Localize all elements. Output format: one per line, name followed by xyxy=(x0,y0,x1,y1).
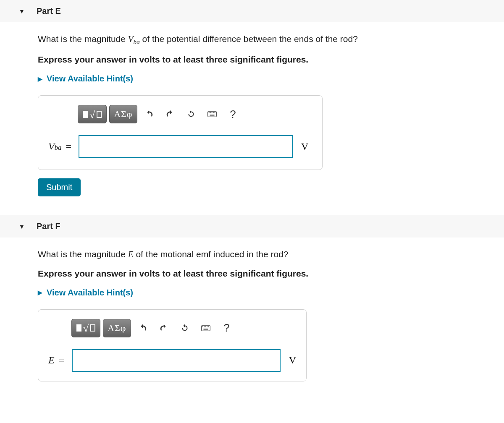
greek-label: ΑΣφ xyxy=(108,323,126,334)
svg-rect-4 xyxy=(213,112,214,113)
submit-button-e[interactable]: Submit xyxy=(38,178,81,196)
reset-icon xyxy=(186,110,196,119)
redo-button[interactable] xyxy=(161,105,179,123)
answer-panel-e: √ ΑΣφ ? xyxy=(38,95,323,170)
svg-rect-2 xyxy=(210,112,211,113)
part-e: ▼ Part E What is the magnitude Vba of th… xyxy=(0,0,504,207)
answer-row-f: E = V xyxy=(48,349,296,372)
question-sub: ba xyxy=(134,39,140,45)
answer-unit-f: V xyxy=(289,355,296,366)
answer-panel-f: √ ΑΣφ ? xyxy=(38,309,307,381)
label-var: V xyxy=(48,141,55,152)
answer-unit-e: V xyxy=(301,141,308,152)
templates-icon: √ xyxy=(82,109,102,120)
answer-row-e: Vba = V xyxy=(48,135,312,158)
reset-button[interactable] xyxy=(182,105,200,123)
svg-rect-9 xyxy=(204,326,205,327)
part-e-header[interactable]: ▼ Part E xyxy=(0,0,504,22)
undo-icon xyxy=(144,110,154,119)
reset-icon xyxy=(180,324,189,333)
greek-label: ΑΣφ xyxy=(114,109,132,120)
keyboard-icon xyxy=(201,324,210,333)
toolbar-e: √ ΑΣφ ? xyxy=(78,105,312,123)
part-f-body: What is the magnitude E of the motional … xyxy=(0,238,504,400)
svg-rect-12 xyxy=(208,326,209,327)
hints-label: View Available Hint(s) xyxy=(47,74,133,84)
label-var: E xyxy=(48,355,55,366)
keyboard-icon xyxy=(207,110,217,119)
question-post: of the motional emf induced in the rod? xyxy=(134,249,289,259)
part-e-question: What is the magnitude Vba of the potenti… xyxy=(38,33,504,47)
templates-button[interactable]: √ xyxy=(71,319,100,337)
part-f-title: Part F xyxy=(37,222,60,231)
undo-button[interactable] xyxy=(134,319,152,337)
keyboard-button[interactable] xyxy=(197,319,215,337)
hints-toggle[interactable]: ▶ View Available Hint(s) xyxy=(38,74,504,84)
part-e-instruction: Express your answer in volts to at least… xyxy=(38,55,504,65)
part-e-body: What is the magnitude Vba of the potenti… xyxy=(0,22,504,207)
reset-button[interactable] xyxy=(176,319,194,337)
expand-icon: ▶ xyxy=(38,76,42,82)
part-e-title: Part E xyxy=(37,6,61,16)
label-sub: ba xyxy=(55,144,62,151)
svg-rect-6 xyxy=(210,115,214,115)
undo-icon xyxy=(138,324,147,333)
expand-icon: ▶ xyxy=(38,289,42,296)
greek-button[interactable]: ΑΣφ xyxy=(103,319,131,337)
question-pre: What is the magnitude xyxy=(38,34,128,44)
svg-rect-1 xyxy=(208,112,209,113)
templates-button[interactable]: √ xyxy=(78,105,107,123)
hints-label: View Available Hint(s) xyxy=(47,288,133,298)
answer-label-f: E = xyxy=(48,355,72,366)
svg-rect-11 xyxy=(207,326,207,327)
question-pre: What is the magnitude xyxy=(38,249,128,259)
help-button[interactable]: ? xyxy=(218,319,236,337)
part-f-instruction: Express your answer in volts to at least… xyxy=(38,269,504,279)
svg-rect-8 xyxy=(202,326,203,327)
svg-rect-7 xyxy=(201,325,210,330)
redo-button[interactable] xyxy=(155,319,173,337)
answer-input-f[interactable] xyxy=(72,349,281,372)
part-f-header[interactable]: ▼ Part F xyxy=(0,215,504,238)
collapse-icon: ▼ xyxy=(19,223,25,230)
keyboard-button[interactable] xyxy=(203,105,221,123)
svg-rect-10 xyxy=(205,326,206,327)
greek-button[interactable]: ΑΣφ xyxy=(109,105,137,123)
svg-rect-0 xyxy=(207,112,216,117)
undo-button[interactable] xyxy=(140,105,158,123)
redo-icon xyxy=(159,324,168,333)
svg-rect-5 xyxy=(214,112,215,113)
help-icon: ? xyxy=(223,321,229,334)
templates-icon: √ xyxy=(76,322,96,334)
question-var: V xyxy=(128,34,134,44)
svg-rect-13 xyxy=(203,329,208,329)
svg-rect-3 xyxy=(211,112,212,113)
redo-icon xyxy=(165,110,175,119)
answer-input-e[interactable] xyxy=(79,135,293,158)
collapse-icon: ▼ xyxy=(19,8,25,15)
help-icon: ? xyxy=(230,108,236,121)
question-var: E xyxy=(128,249,134,259)
help-button[interactable]: ? xyxy=(224,105,242,123)
question-post: of the potential difference between the … xyxy=(140,34,358,44)
part-f: ▼ Part F What is the magnitude E of the … xyxy=(0,215,504,400)
toolbar-f: √ ΑΣφ ? xyxy=(71,319,296,337)
hints-toggle[interactable]: ▶ View Available Hint(s) xyxy=(38,288,504,298)
answer-label-e: Vba = xyxy=(48,141,79,152)
part-f-question: What is the magnitude E of the motional … xyxy=(38,248,504,261)
